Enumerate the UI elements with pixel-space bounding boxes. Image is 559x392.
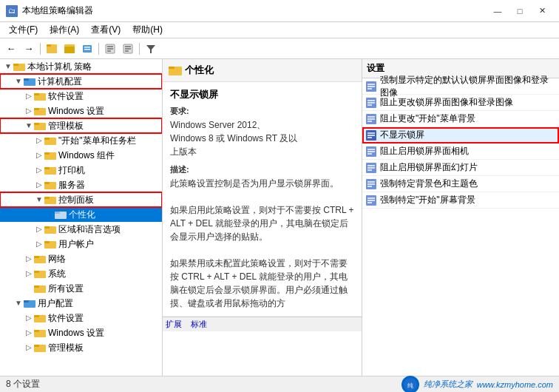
servers-icon (44, 180, 56, 190)
menu-help[interactable]: 帮助(H) (126, 22, 169, 38)
toolbar-btn-3[interactable] (79, 41, 95, 57)
right-item-5[interactable]: 阻止启用锁屏界面相机 (362, 143, 559, 160)
back-button[interactable]: ← (3, 41, 19, 57)
tree-computer-config[interactable]: ▼ 计算机配置 (0, 74, 162, 89)
all-settings-icon (34, 283, 46, 294)
right-item-1[interactable]: 强制显示特定的默认认锁屏界面图像和登录图像 (362, 78, 559, 95)
title-text: 本地组策略编辑器 (22, 4, 487, 17)
filter-button[interactable] (143, 41, 159, 57)
right-item-8-label: 强制特定"开始"屏幕背景 (380, 194, 475, 206)
right-item-6[interactable]: 阻止启用锁屏界面幻灯片 (362, 160, 559, 176)
svg-rect-58 (169, 67, 175, 69)
control-panel-label: 控制面板 (58, 194, 94, 206)
toolbar-btn-5[interactable] (120, 41, 136, 57)
region-lang-label: 区域和语言选项 (58, 223, 121, 236)
personalization-label: 个性化 (69, 209, 95, 221)
svg-rect-42 (44, 241, 50, 243)
all-settings-label: 所有设置 (48, 283, 84, 295)
toolbar-separator-3 (139, 43, 140, 55)
svg-rect-2 (47, 44, 51, 47)
servers-expand: ▷ (34, 180, 44, 190)
user-windows-icon (34, 328, 46, 338)
tree-personalization[interactable]: 个性化 (0, 207, 162, 222)
forward-button[interactable]: → (21, 41, 37, 57)
user-accounts-expand: ▷ (34, 239, 44, 249)
policy-doc-icon-2 (365, 97, 377, 109)
svg-rect-50 (24, 300, 29, 303)
tree-all-settings[interactable]: 所有设置 (0, 281, 162, 296)
svg-text:纯: 纯 (407, 382, 413, 389)
user-admin-label: 管理模板 (48, 342, 84, 354)
svg-rect-22 (34, 93, 39, 95)
tree-printers[interactable]: ▷ 打印机 (0, 163, 162, 178)
policy-doc-icon-1 (365, 81, 377, 92)
tree-windows-settings[interactable]: ▷ Windows 设置 (0, 104, 162, 118)
window-controls: — □ ✕ (487, 4, 553, 18)
tree-servers[interactable]: ▷ 服务器 (0, 178, 162, 192)
right-panel: 设置 强制显示特定的默认认锁屏界面图像和登录图像 阻止更改锁屏界面图像和登录图像… (362, 59, 559, 376)
svg-rect-44 (34, 256, 39, 258)
mid-panel-header: 个性化 (163, 59, 362, 82)
policy-doc-icon-3 (365, 113, 377, 125)
mid-panel: 个性化 不显示锁屏 要求: Windows Server 2012、Window… (163, 59, 362, 376)
description-label: 描述: (170, 164, 354, 175)
user-windows-label: Windows 设置 (48, 327, 104, 339)
right-item-4-no-lockscreen[interactable]: 不显示锁屏 (362, 127, 559, 143)
watermark-text: 纯净系统之家 (424, 379, 472, 390)
user-admin-icon (34, 342, 46, 353)
policy-doc-icon-5 (365, 146, 377, 158)
maximize-button[interactable]: □ (509, 4, 531, 18)
windows-components-icon (44, 150, 56, 160)
user-accounts-label: 用户帐户 (58, 238, 94, 251)
user-software-label: 软件设置 (48, 312, 84, 325)
policy-doc-icon-7 (365, 178, 377, 190)
right-item-8[interactable]: 强制特定"开始"屏幕背景 (362, 192, 559, 209)
toolbar-btn-2[interactable] (61, 41, 78, 57)
right-item-3[interactable]: 阻止更改"开始"菜单背景 (362, 111, 559, 127)
watermark-url: www.kzmyhome.com (477, 380, 553, 389)
right-item-7[interactable]: 强制特定背景色和主题色 (362, 176, 559, 192)
tree-admin-templates[interactable]: ▼ 管理模板 (0, 118, 162, 133)
toolbar-btn-1[interactable] (44, 41, 60, 57)
tree-user-windows[interactable]: ▷ Windows 设置 (0, 325, 162, 340)
tree-control-panel[interactable]: ▼ 控制面板 (0, 192, 162, 207)
tree-user-config[interactable]: ▼ 用户配置 (0, 296, 162, 311)
standard-link[interactable]: 标准 (191, 319, 207, 330)
system-label: 系统 (48, 268, 66, 280)
menu-action[interactable]: 操作(A) (44, 22, 85, 38)
svg-rect-48 (34, 285, 39, 288)
expand-link[interactable]: 扩展 (166, 319, 182, 330)
tree-root[interactable]: ▼ 本地计算机 策略 (0, 59, 162, 74)
svg-rect-24 (34, 108, 39, 110)
tree-system[interactable]: ▷ 系统 (0, 266, 162, 281)
control-panel-icon (44, 195, 56, 205)
admin-templates-expand: ▼ (24, 121, 34, 131)
user-accounts-icon (44, 239, 56, 249)
windows-components-label: Windows 组件 (58, 149, 115, 162)
tree-start-menu[interactable]: ▷ "开始"菜单和任务栏 (0, 133, 162, 148)
region-lang-icon (44, 224, 56, 234)
tree-user-accounts[interactable]: ▷ 用户帐户 (0, 237, 162, 251)
region-lang-expand: ▷ (34, 224, 44, 234)
tree-network[interactable]: ▷ 网络 (0, 251, 162, 266)
tree-user-software[interactable]: ▷ 软件设置 (0, 311, 162, 325)
tree-user-admin[interactable]: ▷ 管理模板 (0, 340, 162, 355)
close-button[interactable]: ✕ (531, 4, 553, 18)
minimize-button[interactable]: — (487, 4, 509, 18)
right-item-7-label: 强制特定背景色和主题色 (380, 178, 478, 190)
tree-windows-components[interactable]: ▷ Windows 组件 (0, 148, 162, 163)
menu-file[interactable]: 文件(F) (3, 22, 44, 38)
printers-label: 打印机 (58, 164, 85, 177)
svg-rect-32 (44, 167, 50, 169)
admin-templates-label: 管理模板 (48, 120, 84, 132)
windows-settings-label: Windows 设置 (48, 105, 104, 118)
tree-region-lang[interactable]: ▷ 区域和语言选项 (0, 222, 162, 237)
root-expand-icon: ▼ (3, 61, 13, 72)
tree-software-settings[interactable]: ▷ 软件设置 (0, 89, 162, 104)
toolbar-btn-4[interactable] (102, 41, 118, 57)
right-item-4-label: 不显示锁屏 (380, 129, 424, 141)
computer-config-label: 计算机配置 (38, 75, 82, 88)
windows-settings-icon (34, 106, 46, 116)
menu-view[interactable]: 查看(V) (85, 22, 126, 38)
start-menu-expand: ▷ (34, 135, 44, 146)
